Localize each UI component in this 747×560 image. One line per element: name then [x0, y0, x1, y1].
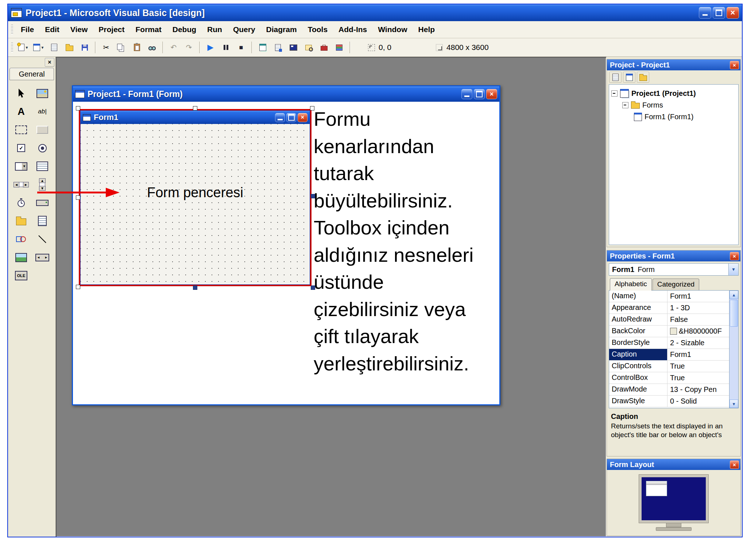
minimize-button[interactable] — [699, 7, 711, 19]
scroll-down-button[interactable]: ▼ — [729, 400, 738, 408]
cut-button[interactable]: ✂ — [99, 40, 113, 55]
object-selector-dropdown-button[interactable]: ▼ — [728, 264, 738, 275]
add-form-button[interactable]: ▼ — [31, 40, 46, 55]
app-titlebar[interactable]: Project1 - Microsoft Visual Basic [desig… — [8, 4, 742, 21]
form-layout-header[interactable]: Form Layout × — [607, 459, 740, 470]
property-row-caption[interactable]: Caption Form1 — [609, 349, 729, 361]
form-design-grid[interactable]: Form penceresi — [81, 124, 310, 284]
data-tool[interactable]: ◄► — [33, 250, 51, 265]
project-explorer-close-button[interactable]: × — [730, 61, 739, 69]
form1-titlebar[interactable]: Form1 × — [81, 111, 310, 124]
shape-tool[interactable] — [12, 232, 30, 247]
project-explorer-header[interactable]: Project - Project1 × — [607, 59, 740, 70]
ole-tool[interactable]: OLE — [12, 268, 30, 283]
optionbutton-tool[interactable] — [33, 140, 51, 156]
tree-item-forms-folder[interactable]: Forms — [622, 99, 736, 111]
collapse-icon[interactable] — [622, 102, 628, 108]
data-view-button[interactable] — [332, 40, 347, 55]
resize-handle-bottom-left[interactable] — [76, 285, 80, 289]
property-row-drawmode[interactable]: DrawMode 13 - Copy Pen — [609, 384, 729, 396]
property-row-borderstyle[interactable]: BorderStyle 2 - Sizable — [609, 337, 729, 349]
checkbox-tool[interactable]: ✓ — [12, 140, 30, 156]
view-object-button[interactable] — [623, 72, 635, 83]
copy-button[interactable] — [114, 40, 129, 55]
menubar-grip[interactable] — [11, 24, 13, 35]
collapse-icon[interactable] — [611, 90, 618, 97]
property-row-appearance[interactable]: Appearance 1 - 3D — [609, 302, 729, 314]
layout-form-thumbnail[interactable] — [646, 481, 667, 496]
tree-item-form1[interactable]: Form1 (Form1) — [634, 111, 736, 122]
properties-window-button[interactable] — [271, 40, 285, 55]
hscrollbar-tool[interactable]: ◄► — [12, 177, 30, 192]
resize-handle-right-middle[interactable] — [311, 194, 315, 198]
property-row-backcolor[interactable]: BackColor &H8000000F — [609, 326, 729, 337]
textbox-tool[interactable]: ab| — [33, 104, 51, 119]
designer-maximize-button[interactable] — [474, 89, 485, 99]
add-project-button[interactable]: ▼ — [16, 40, 31, 55]
designer-minimize-button[interactable] — [461, 89, 472, 99]
menu-help[interactable]: Help — [413, 23, 441, 36]
tab-categorized[interactable]: Categorized — [653, 279, 699, 290]
menu-run[interactable]: Run — [202, 23, 228, 36]
scrollbar-thumb[interactable] — [730, 300, 738, 327]
undo-button[interactable]: ↶ — [166, 40, 181, 55]
image-tool[interactable] — [12, 250, 30, 265]
menu-query[interactable]: Query — [228, 23, 261, 36]
form1-maximize-button[interactable] — [286, 113, 296, 122]
property-row-controlbox[interactable]: ControlBox True — [609, 372, 729, 384]
label-tool[interactable]: A — [12, 104, 30, 119]
open-project-button[interactable] — [62, 40, 77, 55]
menu-diagram[interactable]: Diagram — [261, 23, 302, 36]
property-row-name[interactable]: (Name) Form1 — [609, 291, 729, 302]
form-layout-close-button[interactable]: × — [730, 460, 739, 469]
menu-editor-button[interactable] — [47, 40, 61, 55]
tree-item-project[interactable]: Project1 (Project1) — [611, 88, 736, 99]
scroll-up-button[interactable]: ▲ — [729, 291, 738, 299]
view-code-button[interactable] — [609, 72, 622, 83]
pointer-tool[interactable] — [12, 86, 30, 101]
property-row-autoredraw[interactable]: AutoRedraw False — [609, 314, 729, 326]
properties-header[interactable]: Properties - Form1 × — [607, 250, 740, 261]
redo-button[interactable]: ↷ — [182, 40, 196, 55]
listbox-tool[interactable] — [33, 159, 51, 174]
property-row-clipcontrols[interactable]: ClipControls True — [609, 361, 729, 372]
project-explorer-button[interactable] — [255, 40, 270, 55]
toolbar-grip[interactable] — [11, 42, 13, 52]
menu-file[interactable]: File — [15, 23, 39, 36]
menu-edit[interactable]: Edit — [39, 23, 65, 36]
properties-scrollbar[interactable]: ▲ ▼ — [729, 291, 738, 408]
save-project-button[interactable] — [77, 40, 92, 55]
resize-handle-top-right[interactable] — [310, 106, 314, 110]
frame-tool[interactable] — [12, 122, 30, 137]
toolbox-close-button[interactable]: × — [45, 58, 54, 67]
resize-handle-bottom-right[interactable] — [311, 285, 315, 290]
menu-tools[interactable]: Tools — [302, 23, 333, 36]
menu-format[interactable]: Format — [130, 23, 167, 36]
form1-close-button[interactable]: × — [298, 113, 307, 122]
commandbutton-tool[interactable] — [33, 122, 51, 137]
menu-view[interactable]: View — [65, 23, 93, 36]
form-layout-window-button[interactable] — [286, 40, 301, 55]
menu-window[interactable]: Window — [372, 23, 413, 36]
close-button[interactable]: × — [727, 7, 739, 19]
find-button[interactable] — [145, 40, 159, 55]
end-button[interactable]: ■ — [234, 40, 248, 55]
properties-close-button[interactable]: × — [730, 252, 739, 260]
toggle-folders-button[interactable] — [637, 72, 649, 83]
menu-addins[interactable]: Add-Ins — [333, 23, 372, 36]
designer-close-button[interactable]: × — [486, 89, 497, 99]
dirlistbox-tool[interactable] — [12, 213, 30, 229]
toolbox-tab-general[interactable]: General — [9, 68, 54, 80]
scrollbar-track[interactable] — [729, 327, 738, 400]
maximize-button[interactable] — [713, 7, 725, 19]
object-browser-button[interactable] — [301, 40, 316, 55]
menu-project[interactable]: Project — [93, 23, 130, 36]
timer-tool[interactable] — [12, 195, 30, 210]
picturebox-tool[interactable] — [33, 86, 51, 101]
start-button[interactable]: ▶ — [203, 40, 218, 55]
tab-alphabetic[interactable]: Alphabetic — [610, 278, 652, 291]
resize-handle-top-left[interactable] — [76, 106, 80, 110]
menu-debug[interactable]: Debug — [167, 23, 202, 36]
paste-button[interactable] — [129, 40, 144, 55]
toolbox-button[interactable] — [317, 40, 331, 55]
